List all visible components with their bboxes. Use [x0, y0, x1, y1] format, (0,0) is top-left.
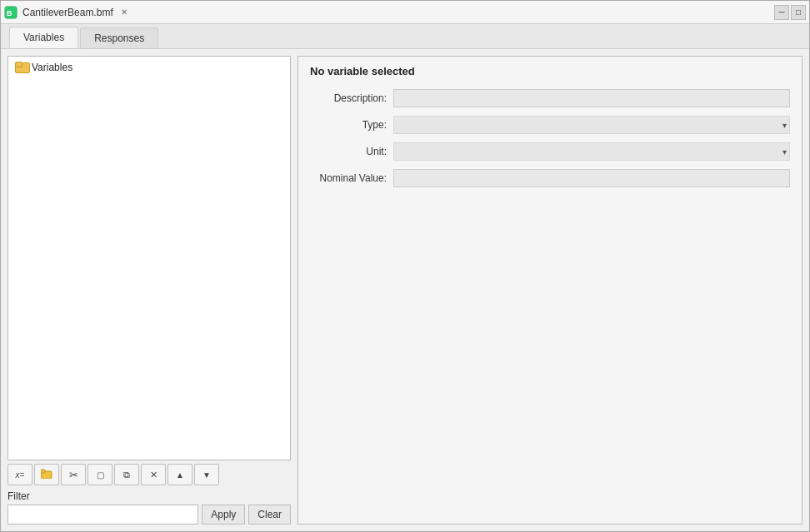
move-down-icon: ▼	[202, 470, 211, 480]
tree-root-item[interactable]: Variables	[12, 60, 287, 75]
toolbar-row: x= ✂ ▢ ⧉	[8, 460, 291, 487]
nominal-value-input[interactable]	[393, 169, 790, 187]
title-bar-controls: ─ □	[774, 5, 806, 20]
copy-button[interactable]: ⧉	[114, 464, 139, 485]
nominal-value-row: Nominal Value:	[310, 169, 790, 187]
description-input[interactable]	[393, 89, 790, 107]
svg-rect-3	[41, 470, 45, 473]
type-select-wrapper: ▾	[393, 116, 790, 134]
title-bar-left: B CantileverBeam.bmf ✕	[4, 6, 130, 19]
apply-button[interactable]: Apply	[202, 505, 245, 525]
tree-root-label: Variables	[32, 62, 72, 73]
maximize-button[interactable]: □	[791, 5, 806, 20]
move-down-button[interactable]: ▼	[194, 464, 219, 485]
remove-button[interactable]: ✕	[141, 464, 166, 485]
main-window: B CantileverBeam.bmf ✕ ─ □ Variables Res…	[0, 0, 810, 532]
filter-section: Filter Apply Clear	[8, 487, 291, 525]
nominal-value-label: Nominal Value:	[310, 172, 393, 184]
tabs-bar: Variables Responses	[1, 24, 809, 49]
tab-variables[interactable]: Variables	[9, 27, 78, 48]
formula-button[interactable]: x=	[8, 464, 32, 485]
type-select[interactable]	[393, 116, 790, 134]
tree-container[interactable]: Variables	[8, 56, 291, 460]
app-icon: B	[4, 6, 18, 19]
move-up-button[interactable]: ▲	[168, 464, 192, 485]
filter-input[interactable]	[8, 505, 198, 525]
unit-row: Unit: ▾	[310, 142, 790, 161]
formula-icon: x=	[16, 470, 25, 480]
delete-icon: ▢	[97, 470, 104, 480]
window-title: CantileverBeam.bmf	[22, 7, 113, 18]
cut-icon: ✂	[69, 469, 78, 481]
open-folder-icon	[41, 469, 52, 481]
description-row: Description:	[310, 89, 790, 107]
close-tab-button[interactable]: ✕	[118, 7, 130, 17]
folder-icon	[15, 62, 28, 73]
unit-select[interactable]	[393, 142, 790, 161]
no-variable-title: No variable selected	[310, 65, 790, 77]
clear-button[interactable]: Clear	[248, 505, 291, 525]
unit-select-wrapper: ▾	[393, 142, 790, 161]
filter-label: Filter	[8, 490, 291, 502]
left-panel: Variables x= ✂	[8, 56, 291, 525]
filter-row: Apply Clear	[8, 505, 291, 525]
unit-label: Unit:	[310, 146, 393, 157]
delete-button[interactable]: ▢	[88, 464, 112, 485]
tab-responses[interactable]: Responses	[80, 27, 158, 48]
right-panel: No variable selected Description: Type: …	[298, 56, 802, 525]
type-label: Type:	[310, 119, 393, 131]
copy-icon: ⧉	[123, 470, 130, 480]
cut-button[interactable]: ✂	[61, 464, 86, 485]
remove-icon: ✕	[150, 470, 158, 480]
svg-text:B: B	[7, 9, 12, 17]
description-label: Description:	[310, 92, 393, 104]
type-row: Type: ▾	[310, 116, 790, 134]
folder-button[interactable]	[34, 464, 59, 485]
title-bar: B CantileverBeam.bmf ✕ ─ □	[1, 1, 809, 24]
move-up-icon: ▲	[176, 470, 184, 480]
minimize-button[interactable]: ─	[774, 5, 789, 20]
main-content: Variables x= ✂	[1, 49, 809, 531]
